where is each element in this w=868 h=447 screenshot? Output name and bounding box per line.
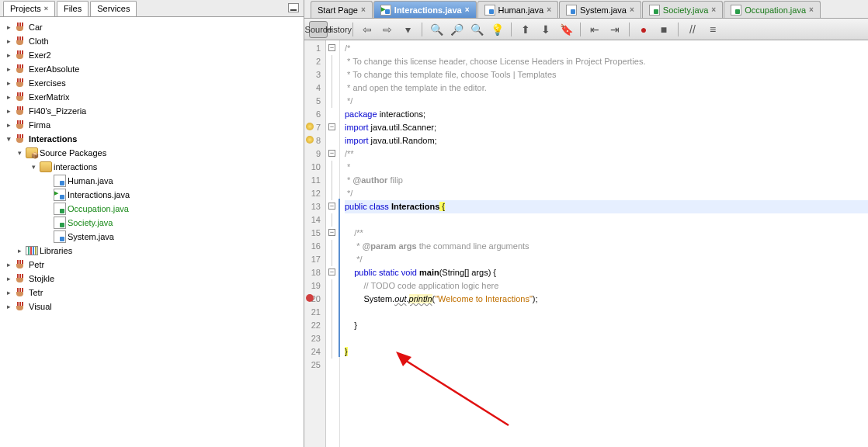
package-icon [40, 161, 52, 172]
java-file[interactable]: Human.java [2, 174, 302, 188]
editor-tabs: Start Page× Interactions.java× Human.jav… [304, 0, 868, 19]
tree-toggle[interactable] [5, 261, 13, 269]
coffee-icon [15, 133, 27, 145]
next-bookmark-icon[interactable]: ⬇ [536, 21, 555, 38]
java-file[interactable]: Occupation.java [2, 202, 302, 216]
history-button[interactable]: History [329, 21, 348, 38]
coffee-icon [15, 21, 27, 33]
tree-toggle[interactable] [16, 247, 24, 255]
tree-toggle[interactable] [16, 149, 24, 158]
fold-toggle[interactable]: − [328, 44, 335, 51]
coffee-icon [15, 91, 27, 103]
tree-toggle[interactable] [5, 23, 13, 32]
tree-toggle[interactable] [5, 135, 13, 144]
coffee-icon [15, 286, 27, 299]
fold-toggle[interactable]: − [328, 123, 335, 130]
tree-toggle[interactable] [5, 303, 13, 311]
project-item[interactable]: Stojkle [2, 272, 302, 286]
find-next-icon[interactable]: 🔍 [467, 21, 486, 38]
tree-toggle[interactable] [5, 79, 13, 88]
coffee-icon [15, 105, 27, 117]
java-file[interactable]: Society.java [2, 216, 302, 230]
tree-toggle[interactable] [5, 93, 13, 102]
minimize-icon[interactable] [288, 3, 299, 12]
left-tabs: Projects× Files Services [0, 0, 304, 17]
coffee-icon [15, 63, 27, 75]
libraries[interactable]: Libraries [2, 244, 302, 258]
close-icon[interactable]: × [547, 5, 551, 14]
tree-toggle[interactable] [5, 65, 13, 74]
macro-stop-icon[interactable]: ■ [654, 21, 673, 38]
editor-area[interactable]: 1234567891011121314151617181920212223242… [304, 40, 868, 447]
editor-toolbar: Source History ⇦ ⇨ ▾ 🔍 🔎 🔍 💡 ⬆ ⬇ 🔖 ⇤ ⇥ ●… [304, 19, 868, 40]
project-item[interactable]: Car [2, 20, 302, 34]
fold-toggle[interactable]: − [328, 269, 335, 275]
fold-toggle[interactable]: − [328, 150, 335, 157]
tree-toggle[interactable] [5, 107, 13, 116]
project-item[interactable]: Petr [2, 258, 302, 272]
dropdown-icon[interactable]: ▾ [398, 21, 417, 38]
java-file-icon [566, 5, 577, 16]
forward-icon[interactable]: ⇨ [378, 21, 397, 38]
project-item-active[interactable]: Interactions [2, 132, 302, 146]
tab-system[interactable]: System.java× [559, 1, 641, 18]
tab-interactions[interactable]: Interactions.java× [373, 1, 477, 18]
java-file-icon [54, 230, 66, 243]
close-icon[interactable]: × [809, 5, 814, 14]
prev-bookmark-icon[interactable]: ⬆ [516, 21, 535, 38]
project-item[interactable]: Cloth [2, 34, 302, 48]
tree-toggle[interactable] [30, 163, 38, 172]
close-icon[interactable]: × [361, 5, 366, 14]
uncomment-icon[interactable]: ≡ [703, 21, 722, 38]
project-item[interactable]: ExerAbsolute [2, 62, 302, 76]
tab-projects[interactable]: Projects× [3, 1, 55, 16]
tree-toggle[interactable] [5, 37, 13, 46]
project-item[interactable]: Visual [2, 300, 302, 314]
fold-toggle[interactable]: − [328, 229, 335, 236]
source-packages[interactable]: Source Packages [2, 146, 302, 160]
project-item[interactable]: Exercises [2, 76, 302, 90]
coffee-icon [15, 77, 27, 89]
java-file[interactable]: System.java [2, 230, 302, 244]
fold-toggle[interactable]: − [328, 203, 335, 210]
toggle-bookmark-icon[interactable]: 🔖 [557, 21, 575, 38]
tab-start-page[interactable]: Start Page× [311, 1, 373, 18]
java-file[interactable]: Interactions.java [2, 188, 302, 202]
tab-society[interactable]: Society.java× [642, 1, 723, 18]
close-icon[interactable]: × [465, 5, 470, 14]
java-file-icon [649, 5, 660, 16]
project-item[interactable]: Tetr [2, 286, 302, 300]
tree-toggle[interactable] [5, 289, 13, 297]
right-panel: Start Page× Interactions.java× Human.jav… [304, 0, 868, 447]
tab-files[interactable]: Files [57, 1, 89, 16]
project-item[interactable]: ExerMatrix [2, 90, 302, 104]
find-prev-icon[interactable]: 🔎 [447, 21, 466, 38]
close-icon[interactable]: × [711, 5, 716, 14]
project-item[interactable]: Firma [2, 118, 302, 132]
tree-toggle[interactable] [5, 51, 13, 60]
java-file-icon [54, 217, 66, 229]
code-area[interactable]: /* * To change this license header, choo… [340, 40, 868, 447]
comment-icon[interactable]: // [683, 21, 702, 38]
java-file-icon [484, 5, 495, 16]
coffee-icon [15, 119, 27, 131]
change-bar [339, 199, 340, 357]
tab-occupation[interactable]: Occupation.java× [724, 1, 821, 18]
shift-left-icon[interactable]: ⇤ [585, 21, 604, 38]
tree-toggle[interactable] [5, 121, 13, 130]
macro-record-icon[interactable]: ● [634, 21, 653, 38]
find-selection-icon[interactable]: 🔍 [427, 21, 446, 38]
tab-services[interactable]: Services [90, 1, 137, 16]
project-item[interactable]: Exer2 [2, 48, 302, 62]
highlight-icon[interactable]: 💡 [488, 21, 506, 38]
tab-human[interactable]: Human.java× [477, 1, 559, 18]
project-tree: Car Cloth Exer2 ExerAbsolute Exercises E… [0, 17, 304, 447]
close-icon[interactable]: × [44, 5, 48, 12]
package-item[interactable]: interactions [2, 160, 302, 174]
close-icon[interactable]: × [630, 5, 634, 14]
back-icon[interactable]: ⇦ [358, 21, 377, 38]
project-item[interactable]: Fi40's_Pizzeria [2, 104, 302, 118]
tree-toggle[interactable] [5, 275, 13, 283]
shift-right-icon[interactable]: ⇥ [606, 21, 624, 38]
java-file-icon [54, 203, 66, 215]
